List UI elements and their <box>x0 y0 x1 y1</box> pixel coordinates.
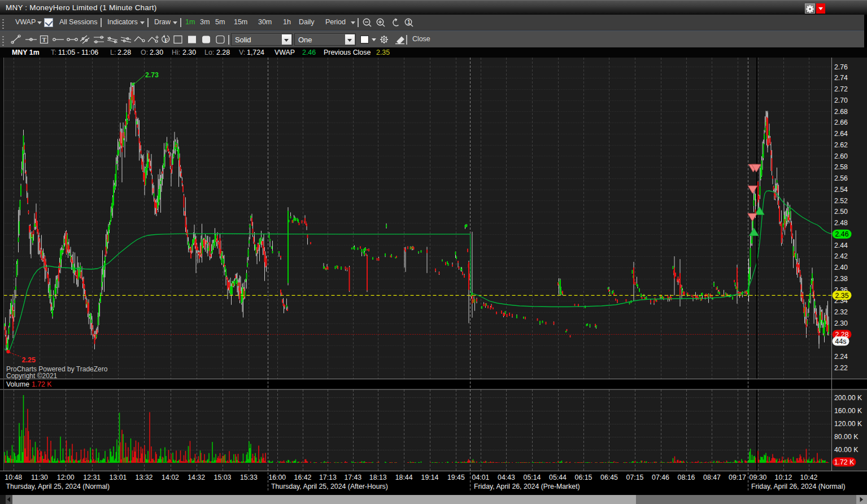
svg-text:F: F <box>164 37 168 43</box>
svg-text:2.30: 2.30 <box>834 319 848 327</box>
svg-text:200.00 K: 200.00 K <box>834 394 862 402</box>
svg-text:15:33: 15:33 <box>240 474 258 481</box>
svg-text:2.68: 2.68 <box>834 108 848 116</box>
svg-text:2.22: 2.22 <box>834 364 848 372</box>
svg-text:2.60: 2.60 <box>834 152 848 160</box>
svg-text:2.64: 2.64 <box>834 130 848 138</box>
svg-text:09:30: 09:30 <box>750 474 767 481</box>
svg-text:2.38: 2.38 <box>834 275 848 283</box>
svg-text:2.70: 2.70 <box>834 97 848 104</box>
svg-text:2.48: 2.48 <box>834 219 848 227</box>
svg-text:19:14: 19:14 <box>421 474 439 481</box>
svg-text:44s: 44s <box>835 338 847 345</box>
svg-text:2.56: 2.56 <box>834 174 848 182</box>
svg-text:Thursday, April 25, 2024 (Afte: Thursday, April 25, 2024 (After-Hours) <box>271 483 388 490</box>
svg-text:17:13: 17:13 <box>319 474 337 481</box>
svg-text:1: 1 <box>407 19 411 25</box>
svg-text:80.00 K: 80.00 K <box>834 433 859 441</box>
svg-text:05:14: 05:14 <box>524 474 541 481</box>
svg-text:40.00 K: 40.00 K <box>834 446 859 454</box>
svg-text:10:42: 10:42 <box>800 474 818 481</box>
svg-text:14:32: 14:32 <box>188 474 205 481</box>
svg-text:08:47: 08:47 <box>703 474 721 481</box>
svg-text:2.32: 2.32 <box>834 308 848 316</box>
svg-text:12:00: 12:00 <box>57 474 75 481</box>
svg-text:15:03: 15:03 <box>214 474 232 481</box>
svg-text:Friday, April 26, 2024 (Pre-Ma: Friday, April 26, 2024 (Pre-Market) <box>474 483 580 490</box>
svg-text:16:42: 16:42 <box>294 474 312 481</box>
svg-text:09:17: 09:17 <box>729 474 746 481</box>
svg-text:1.72 K: 1.72 K <box>32 380 52 388</box>
svg-text:2.25: 2.25 <box>22 356 36 364</box>
svg-text:Thursday, April 25, 2024 (Norm: Thursday, April 25, 2024 (Normal) <box>6 483 110 490</box>
svg-text:06:15: 06:15 <box>575 474 592 481</box>
svg-text:18:44: 18:44 <box>395 474 413 481</box>
svg-text:2.58: 2.58 <box>834 163 848 171</box>
svg-text:05:44: 05:44 <box>549 474 567 481</box>
svg-text:10:12: 10:12 <box>775 474 792 481</box>
svg-text:08:16: 08:16 <box>678 474 695 481</box>
svg-text:2.54: 2.54 <box>834 186 848 194</box>
svg-text:13:01: 13:01 <box>110 474 127 481</box>
svg-text:2.40: 2.40 <box>834 264 848 271</box>
svg-text:12:31: 12:31 <box>83 474 101 481</box>
svg-text:T: T <box>42 36 47 43</box>
svg-text:04:43: 04:43 <box>498 474 515 481</box>
svg-text:120.00 K: 120.00 K <box>834 420 862 428</box>
svg-text:2.73: 2.73 <box>145 71 159 79</box>
svg-text:2.42: 2.42 <box>834 252 848 260</box>
svg-text:2.72: 2.72 <box>834 85 848 93</box>
svg-text:18:13: 18:13 <box>369 474 387 481</box>
svg-text:2.76: 2.76 <box>834 63 848 71</box>
svg-text:2.62: 2.62 <box>834 141 848 149</box>
svg-text:1.72 K: 1.72 K <box>834 458 855 466</box>
svg-text:11:30: 11:30 <box>31 474 48 481</box>
svg-text:16:00: 16:00 <box>268 474 286 481</box>
svg-text:Copyright ©2021: Copyright ©2021 <box>6 372 58 380</box>
svg-text:2.66: 2.66 <box>834 119 848 126</box>
svg-text:2.24: 2.24 <box>834 353 848 361</box>
svg-text:2.52: 2.52 <box>834 197 848 205</box>
svg-text:14:02: 14:02 <box>162 474 179 481</box>
svg-text:2.74: 2.74 <box>834 74 848 82</box>
svg-text:10:48: 10:48 <box>5 474 22 481</box>
svg-text:17:43: 17:43 <box>344 474 361 481</box>
svg-text:07:15: 07:15 <box>626 474 644 481</box>
svg-text:06:45: 06:45 <box>600 474 618 481</box>
svg-text:2.46: 2.46 <box>835 230 849 238</box>
svg-text:Friday, April 26, 2024 (Normal: Friday, April 26, 2024 (Normal) <box>751 483 846 490</box>
svg-text:2.35: 2.35 <box>835 292 849 300</box>
svg-text:13:32: 13:32 <box>136 474 153 481</box>
svg-text:04:01: 04:01 <box>472 474 490 481</box>
svg-text:Volume: Volume <box>6 380 29 388</box>
svg-text:160.00 K: 160.00 K <box>834 407 862 415</box>
svg-text:2.50: 2.50 <box>834 208 848 216</box>
svg-text:07:46: 07:46 <box>652 474 669 481</box>
svg-text:19:45: 19:45 <box>447 474 465 481</box>
svg-text:2.44: 2.44 <box>834 242 848 249</box>
